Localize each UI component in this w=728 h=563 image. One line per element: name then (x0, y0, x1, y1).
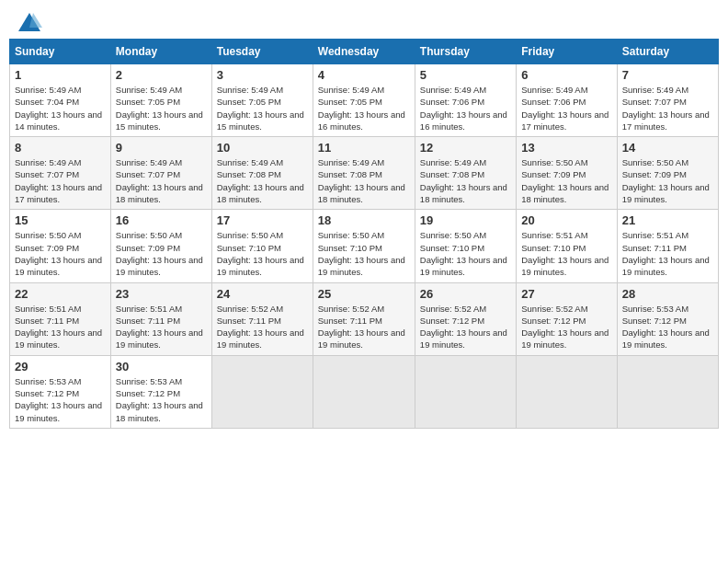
calendar-cell: 8Sunrise: 5:49 AMSunset: 7:07 PMDaylight… (10, 137, 111, 210)
day-detail: Sunrise: 5:49 AMSunset: 7:04 PMDaylight:… (15, 84, 106, 132)
day-detail: Sunrise: 5:52 AMSunset: 7:12 PMDaylight:… (521, 303, 611, 351)
day-detail: Sunrise: 5:49 AMSunset: 7:08 PMDaylight:… (318, 156, 410, 205)
calendar-cell: 24Sunrise: 5:52 AMSunset: 7:11 PMDayligh… (211, 282, 313, 355)
calendar-cell: 11Sunrise: 5:49 AMSunset: 7:08 PMDayligh… (313, 137, 415, 210)
logo (13, 9, 42, 31)
calendar-cell: 19Sunrise: 5:50 AMSunset: 7:10 PMDayligh… (415, 210, 516, 282)
day-detail: Sunrise: 5:50 AMSunset: 7:10 PMDaylight:… (217, 229, 308, 278)
calendar-cell (211, 355, 313, 428)
calendar-cell: 10Sunrise: 5:49 AMSunset: 7:08 PMDayligh… (211, 137, 313, 210)
calendar-cell: 28Sunrise: 5:53 AMSunset: 7:12 PMDayligh… (617, 282, 718, 355)
day-number: 20 (521, 213, 611, 227)
day-number: 25 (318, 287, 410, 301)
column-header-tuesday: Tuesday (211, 40, 313, 64)
column-header-wednesday: Wednesday (313, 40, 415, 64)
calendar-cell: 26Sunrise: 5:52 AMSunset: 7:12 PMDayligh… (415, 282, 516, 355)
day-detail: Sunrise: 5:49 AMSunset: 7:07 PMDaylight:… (622, 84, 713, 132)
day-detail: Sunrise: 5:49 AMSunset: 7:08 PMDaylight:… (420, 156, 511, 205)
calendar-cell: 18Sunrise: 5:50 AMSunset: 7:10 PMDayligh… (313, 210, 415, 282)
day-number: 5 (420, 68, 511, 82)
calendar-cell: 23Sunrise: 5:51 AMSunset: 7:11 PMDayligh… (110, 282, 211, 355)
day-detail: Sunrise: 5:49 AMSunset: 7:06 PMDaylight:… (420, 84, 511, 132)
week-row-2: 8Sunrise: 5:49 AMSunset: 7:07 PMDaylight… (10, 137, 719, 210)
day-number: 12 (420, 141, 511, 155)
calendar-cell: 22Sunrise: 5:51 AMSunset: 7:11 PMDayligh… (10, 282, 111, 355)
header (9, 9, 719, 31)
day-detail: Sunrise: 5:49 AMSunset: 7:05 PMDaylight:… (318, 84, 410, 132)
calendar-cell: 1Sunrise: 5:49 AMSunset: 7:04 PMDaylight… (10, 64, 111, 137)
week-row-4: 22Sunrise: 5:51 AMSunset: 7:11 PMDayligh… (10, 282, 719, 355)
day-number: 18 (318, 213, 410, 227)
week-row-3: 15Sunrise: 5:50 AMSunset: 7:09 PMDayligh… (10, 210, 719, 282)
day-number: 7 (622, 68, 713, 82)
calendar-cell: 13Sunrise: 5:50 AMSunset: 7:09 PMDayligh… (517, 137, 617, 210)
day-number: 10 (217, 141, 308, 155)
day-number: 13 (521, 141, 611, 155)
calendar-cell: 30Sunrise: 5:53 AMSunset: 7:12 PMDayligh… (110, 355, 211, 428)
column-header-sunday: Sunday (10, 40, 111, 64)
day-number: 26 (420, 287, 511, 301)
day-detail: Sunrise: 5:49 AMSunset: 7:08 PMDaylight:… (217, 156, 308, 205)
calendar-table: SundayMondayTuesdayWednesdayThursdayFrid… (9, 39, 719, 429)
day-detail: Sunrise: 5:52 AMSunset: 7:11 PMDaylight:… (217, 303, 308, 351)
column-header-friday: Friday (517, 40, 617, 64)
day-number: 9 (116, 141, 207, 155)
day-detail: Sunrise: 5:49 AMSunset: 7:05 PMDaylight:… (116, 84, 207, 132)
day-detail: Sunrise: 5:50 AMSunset: 7:10 PMDaylight:… (420, 229, 511, 278)
day-number: 14 (622, 141, 713, 155)
calendar-cell: 6Sunrise: 5:49 AMSunset: 7:06 PMDaylight… (517, 64, 617, 137)
calendar-cell: 12Sunrise: 5:49 AMSunset: 7:08 PMDayligh… (415, 137, 516, 210)
day-number: 8 (15, 141, 106, 155)
day-number: 16 (116, 213, 207, 227)
day-detail: Sunrise: 5:50 AMSunset: 7:10 PMDaylight:… (318, 229, 410, 278)
day-number: 29 (15, 360, 106, 373)
logo-icon (17, 9, 42, 35)
calendar-cell (517, 355, 617, 428)
day-number: 11 (318, 141, 410, 155)
day-detail: Sunrise: 5:49 AMSunset: 7:07 PMDaylight:… (116, 156, 207, 205)
day-detail: Sunrise: 5:50 AMSunset: 7:09 PMDaylight:… (622, 156, 713, 205)
day-number: 21 (622, 213, 713, 227)
day-number: 24 (217, 287, 308, 301)
day-number: 6 (521, 68, 611, 82)
header-row: SundayMondayTuesdayWednesdayThursdayFrid… (10, 40, 719, 64)
calendar-cell: 15Sunrise: 5:50 AMSunset: 7:09 PMDayligh… (10, 210, 111, 282)
day-detail: Sunrise: 5:50 AMSunset: 7:09 PMDaylight:… (15, 229, 106, 278)
day-detail: Sunrise: 5:53 AMSunset: 7:12 PMDaylight:… (15, 375, 106, 424)
day-number: 27 (521, 287, 611, 301)
day-detail: Sunrise: 5:50 AMSunset: 7:09 PMDaylight:… (116, 229, 207, 278)
day-detail: Sunrise: 5:51 AMSunset: 7:11 PMDaylight:… (15, 303, 106, 351)
day-number: 22 (15, 287, 106, 301)
column-header-thursday: Thursday (415, 40, 516, 64)
calendar-cell (617, 355, 718, 428)
calendar-cell: 7Sunrise: 5:49 AMSunset: 7:07 PMDaylight… (617, 64, 718, 137)
day-detail: Sunrise: 5:49 AMSunset: 7:07 PMDaylight:… (15, 156, 106, 205)
day-number: 17 (217, 213, 308, 227)
calendar-cell: 16Sunrise: 5:50 AMSunset: 7:09 PMDayligh… (110, 210, 211, 282)
day-detail: Sunrise: 5:52 AMSunset: 7:12 PMDaylight:… (420, 303, 511, 351)
calendar-cell: 5Sunrise: 5:49 AMSunset: 7:06 PMDaylight… (415, 64, 516, 137)
week-row-5: 29Sunrise: 5:53 AMSunset: 7:12 PMDayligh… (10, 355, 719, 428)
day-detail: Sunrise: 5:53 AMSunset: 7:12 PMDaylight:… (116, 375, 207, 424)
day-detail: Sunrise: 5:52 AMSunset: 7:11 PMDaylight:… (318, 303, 410, 351)
calendar-cell: 9Sunrise: 5:49 AMSunset: 7:07 PMDaylight… (110, 137, 211, 210)
calendar-cell (313, 355, 415, 428)
day-detail: Sunrise: 5:51 AMSunset: 7:11 PMDaylight:… (622, 229, 713, 278)
day-number: 1 (15, 68, 106, 82)
calendar-cell: 4Sunrise: 5:49 AMSunset: 7:05 PMDaylight… (313, 64, 415, 137)
week-row-1: 1Sunrise: 5:49 AMSunset: 7:04 PMDaylight… (10, 64, 719, 137)
day-number: 19 (420, 213, 511, 227)
day-number: 23 (116, 287, 207, 301)
day-detail: Sunrise: 5:49 AMSunset: 7:06 PMDaylight:… (521, 84, 611, 132)
calendar-cell: 3Sunrise: 5:49 AMSunset: 7:05 PMDaylight… (211, 64, 313, 137)
day-number: 28 (622, 287, 713, 301)
column-header-saturday: Saturday (617, 40, 718, 64)
calendar-cell: 20Sunrise: 5:51 AMSunset: 7:10 PMDayligh… (517, 210, 617, 282)
day-detail: Sunrise: 5:51 AMSunset: 7:10 PMDaylight:… (521, 229, 611, 278)
column-header-monday: Monday (110, 40, 211, 64)
day-detail: Sunrise: 5:50 AMSunset: 7:09 PMDaylight:… (521, 156, 611, 205)
calendar-cell: 21Sunrise: 5:51 AMSunset: 7:11 PMDayligh… (617, 210, 718, 282)
day-number: 15 (15, 213, 106, 227)
calendar-cell (415, 355, 516, 428)
calendar-cell: 17Sunrise: 5:50 AMSunset: 7:10 PMDayligh… (211, 210, 313, 282)
